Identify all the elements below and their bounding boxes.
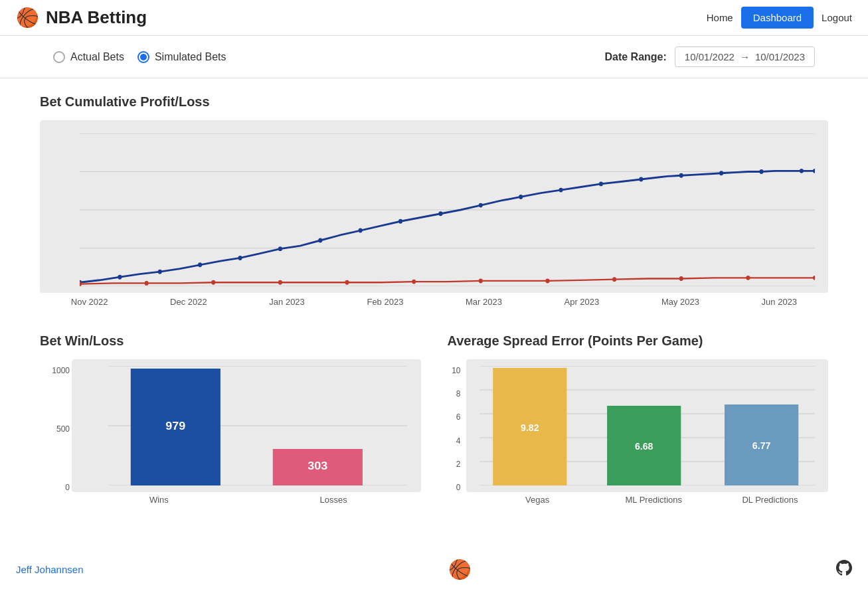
svg-point-30 (412, 280, 416, 284)
x-label-feb23: Feb 2023 (367, 297, 403, 307)
date-range-label: Date Range: (604, 51, 666, 63)
app-title: NBA Betting (46, 7, 147, 28)
x-label-jan23: Jan 2023 (269, 297, 305, 307)
basketball-logo-icon: 🏀 (16, 7, 39, 29)
svg-point-11 (318, 238, 322, 243)
spread-error-svg: 9.82 6.68 6.77 (479, 366, 816, 485)
svg-point-22 (759, 169, 763, 174)
bottom-charts: Bet Win/Loss 0 500 1000 97 (40, 333, 828, 519)
svg-point-15 (479, 203, 483, 208)
x-label-may23: May 2023 (661, 297, 699, 307)
svg-text:6.77: 6.77 (752, 440, 770, 451)
wins-label: Wins (72, 495, 246, 505)
se-y-4: 4 (448, 436, 461, 446)
home-link[interactable]: Home (707, 12, 733, 23)
win-loss-chart-container: 979 303 (72, 359, 421, 492)
svg-point-35 (746, 276, 750, 280)
win-loss-svg: 979 303 (108, 366, 408, 485)
svg-point-28 (278, 280, 282, 285)
win-loss-y-labels: 0 500 1000 (40, 366, 70, 492)
spread-error-x-labels: Vegas ML Predictions DL Predictions (466, 495, 829, 505)
svg-point-34 (679, 276, 683, 281)
losses-label: Losses (246, 495, 421, 505)
actual-bets-radio[interactable]: Actual Bets (53, 51, 124, 63)
x-label-nov22: Nov 2022 (71, 297, 108, 307)
cumulative-chart-svg (80, 133, 815, 286)
date-range-input[interactable]: 10/01/2022 → 10/01/2023 (675, 46, 815, 67)
se-y-8: 8 (448, 389, 461, 398)
footer-basketball-icon: 🏀 (448, 559, 472, 580)
spread-error-y-labels: 0 2 4 6 8 10 (448, 366, 461, 492)
se-y-10: 10 (448, 366, 461, 375)
header: 🏀 NBA Betting Home Dashboard Logout (0, 0, 868, 36)
logout-link[interactable]: Logout (822, 12, 852, 23)
svg-point-17 (559, 188, 563, 193)
svg-point-23 (800, 169, 804, 173)
svg-point-36 (813, 276, 815, 280)
date-end: 10/01/2023 (755, 51, 805, 62)
simulated-bets-radio[interactable]: Simulated Bets (137, 51, 226, 63)
svg-point-9 (238, 256, 242, 260)
cumulative-chart-section: Bet Cumulative Profit/Loss 60k 40k 20k 0 (40, 94, 828, 307)
svg-point-6 (118, 275, 122, 280)
x-label-mar23: Mar 2023 (466, 297, 502, 307)
svg-point-32 (545, 279, 549, 284)
author-link[interactable]: Jeff Johannsen (16, 564, 83, 575)
cumulative-chart-container (40, 120, 828, 293)
spread-error-chart-container: 9.82 6.68 6.77 (466, 359, 829, 492)
x-label-jun23: Jun 2023 (762, 297, 798, 307)
svg-text:979: 979 (165, 420, 185, 432)
date-arrow-icon: → (740, 51, 750, 62)
svg-point-24 (813, 169, 815, 173)
svg-point-21 (719, 171, 723, 175)
spread-error-chart-section: Average Spread Error (Points Per Game) 0… (448, 333, 829, 519)
se-y-6: 6 (448, 412, 461, 422)
simulated-bets-label: Simulated Bets (155, 51, 226, 63)
svg-point-31 (479, 279, 483, 284)
dashboard-button[interactable]: Dashboard (741, 7, 814, 29)
x-label-dec22: Dec 2022 (170, 297, 207, 307)
win-loss-chart-title: Bet Win/Loss (40, 333, 421, 349)
header-nav: Home Dashboard Logout (707, 7, 852, 29)
main-content: Bet Cumulative Profit/Loss 60k 40k 20k 0 (0, 78, 868, 535)
ml-predictions-label: ML Predictions (596, 495, 712, 505)
se-y-2: 2 (448, 460, 461, 469)
dl-predictions-label: DL Predictions (712, 495, 828, 505)
actual-bets-label: Actual Bets (70, 51, 124, 63)
spread-error-chart-title: Average Spread Error (Points Per Game) (448, 333, 829, 349)
date-start: 10/01/2022 (685, 51, 735, 62)
svg-point-19 (639, 177, 643, 182)
svg-point-33 (612, 277, 616, 282)
svg-point-18 (599, 181, 603, 186)
svg-point-26 (145, 281, 149, 286)
bet-type-radio-group: Actual Bets Simulated Bets (53, 51, 226, 63)
cumulative-x-labels: Nov 2022 Dec 2022 Jan 2023 Feb 2023 Mar … (40, 297, 828, 307)
svg-point-14 (438, 211, 442, 216)
date-range-group: Date Range: 10/01/2022 → 10/01/2023 (604, 46, 815, 67)
x-label-apr23: Apr 2023 (564, 297, 600, 307)
svg-point-12 (359, 228, 363, 233)
svg-point-13 (398, 219, 402, 224)
svg-point-10 (278, 246, 282, 251)
wl-y-500: 500 (40, 424, 70, 434)
vegas-label: Vegas (479, 495, 596, 505)
footer: Jeff Johannsen 🏀 (0, 548, 868, 591)
svg-point-29 (345, 280, 349, 285)
svg-point-20 (679, 173, 683, 178)
svg-point-16 (519, 195, 523, 199)
svg-point-27 (211, 280, 215, 285)
svg-point-8 (198, 262, 202, 267)
se-y-0: 0 (448, 483, 461, 492)
svg-text:6.68: 6.68 (634, 441, 653, 452)
filter-bar: Actual Bets Simulated Bets Date Range: 1… (0, 36, 868, 78)
actual-bets-radio-circle (53, 51, 65, 63)
win-loss-chart-section: Bet Win/Loss 0 500 1000 97 (40, 333, 421, 519)
wl-y-0: 0 (40, 483, 70, 492)
svg-text:9.82: 9.82 (521, 422, 539, 433)
github-icon[interactable] (836, 560, 852, 580)
wl-y-1000: 1000 (40, 366, 70, 375)
header-left: 🏀 NBA Betting (16, 7, 147, 29)
svg-point-7 (158, 270, 162, 274)
svg-text:303: 303 (307, 460, 327, 472)
cumulative-chart-title: Bet Cumulative Profit/Loss (40, 94, 828, 110)
